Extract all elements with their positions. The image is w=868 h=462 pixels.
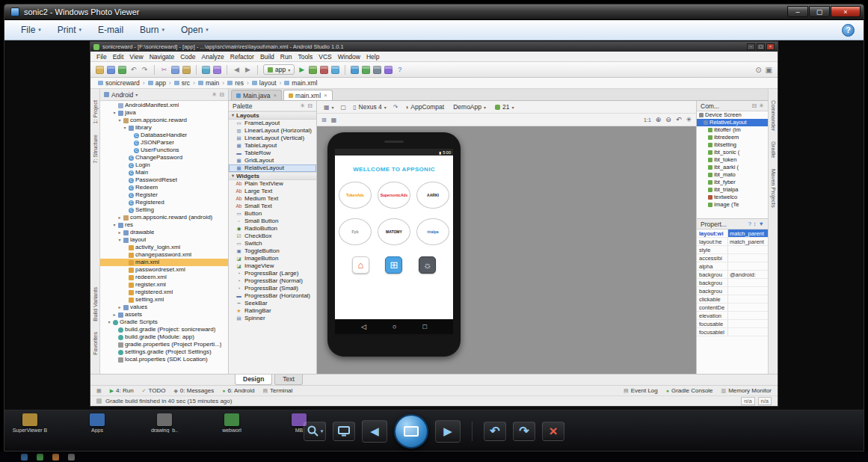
avd-manager-icon[interactable] [351, 66, 359, 74]
studio-menu-run[interactable]: Run [277, 53, 295, 61]
back-icon[interactable]: ◀ [233, 66, 241, 74]
activity-chip[interactable]: DemoApp▾ [451, 102, 488, 111]
project-tree-item[interactable]: ▾layout [100, 236, 228, 244]
palette-item-framelayout[interactable]: ▭FrameLayout [229, 120, 316, 127]
breadcrumb-item[interactable]: app [147, 79, 167, 87]
component-tree-item[interactable]: textwelco [697, 194, 768, 201]
menu-file[interactable]: File▾ [13, 22, 49, 38]
project-tree-item[interactable]: registered.xml [100, 289, 228, 296]
breadcrumb-item[interactable]: res [226, 79, 245, 87]
status-item-terminal[interactable]: ▤Terminal [262, 387, 292, 394]
component-tree-item[interactable]: ibt_token [697, 156, 768, 164]
component-tree-item[interactable]: Device Screen [697, 111, 768, 119]
maximize-button[interactable]: ▢ [809, 6, 830, 17]
tool-button-7-structure[interactable]: 7: Structure [92, 135, 99, 164]
property-row[interactable]: alpha [697, 262, 768, 271]
editor-tab-main-java[interactable]: Main.java× [231, 90, 282, 100]
palette-item-progressbar-horizontal[interactable]: ▬ProgressBar (Horizontal) [229, 292, 316, 300]
ad-button-tokenads[interactable]: TokenAds [339, 182, 372, 209]
open-icon[interactable] [96, 66, 104, 74]
palette-item-button[interactable]: ▭Button [229, 210, 316, 218]
play-slideshow-button[interactable] [394, 414, 428, 449]
gear-icon[interactable]: ✳ [301, 102, 306, 109]
undo-icon[interactable]: ↶ [129, 66, 138, 74]
taskbar-icon[interactable] [68, 454, 75, 461]
help-button[interactable]: ? [842, 24, 855, 37]
component-tree-item[interactable]: RelativeLayout [697, 119, 768, 126]
ad-button-matomy[interactable]: MATOMY [378, 218, 410, 245]
filter-icon[interactable]: ▼ [759, 221, 764, 227]
project-tree-item[interactable]: changepassword.xml [100, 251, 228, 259]
forward-icon[interactable]: ▶ [244, 66, 252, 74]
gradle-sync-icon[interactable] [373, 66, 381, 74]
component-tree-item[interactable]: ibt_mato [697, 171, 768, 179]
palette-item-tablelayout[interactable]: ▦TableLayout [229, 142, 316, 150]
project-tree-item[interactable]: ▸values [100, 304, 228, 311]
tool-window-toggle-icon[interactable]: ▦ [96, 388, 102, 394]
build-icon[interactable] [384, 66, 393, 74]
tab-text[interactable]: Text [274, 375, 303, 385]
breadcrumb-item[interactable]: src [173, 79, 191, 87]
project-tree-item[interactable]: CMain [100, 169, 228, 176]
delete-button[interactable]: × [542, 422, 564, 441]
tool-button-maven-projects[interactable]: Maven Projects [770, 169, 777, 208]
settings-icon[interactable]: ✳ [212, 91, 218, 98]
project-tree-item[interactable]: main.xml [100, 259, 228, 266]
editor-tab-main-xml[interactable]: main.xml× [283, 90, 333, 100]
palette-item-tablerow[interactable]: ▬TableRow [229, 150, 316, 157]
next-button[interactable]: ▶ [435, 420, 461, 443]
status-item-todo[interactable]: ✓TODO [142, 387, 166, 394]
configuration-chip[interactable]: ▦▾ [321, 103, 336, 111]
project-tree-item[interactable]: local.properties (SDK Location) [100, 356, 228, 363]
palette-item-progressbar-small[interactable]: ◔ProgressBar (Small) [229, 285, 316, 292]
help-icon[interactable]: ? [748, 221, 751, 227]
component-tree-item[interactable]: ibt_trialpa [697, 186, 768, 194]
studio-menu-vcs[interactable]: VCS [316, 53, 334, 61]
palette-item-linearlayout-vertical[interactable]: ▤LinearLayout (Vertical) [229, 135, 316, 142]
project-tree-item[interactable]: CRegistered [100, 199, 228, 206]
search-icon[interactable]: ⊙ [755, 66, 761, 74]
palette-item-switch[interactable]: ▭Switch [229, 240, 316, 247]
project-tree-item[interactable]: CRegister [100, 191, 228, 199]
sync-icon[interactable] [118, 66, 126, 74]
tool-button-1-project[interactable]: 1: Project [92, 100, 99, 124]
shortcut-settings-icon[interactable]: ☼ [419, 256, 436, 274]
design-canvas[interactable]: ▮ 5:00 WELLCOME TO APPSONIC TokenAdsSupe… [317, 126, 696, 374]
status-item-6-android[interactable]: ●6: Android [222, 387, 254, 394]
help-icon[interactable]: ? [395, 66, 404, 74]
tab-design[interactable]: Design [235, 375, 272, 385]
studio-menu-tools[interactable]: Tools [295, 53, 316, 61]
split-icon[interactable]: ⊟ [307, 102, 313, 109]
menu-open[interactable]: Open▾ [173, 22, 216, 38]
frame-select-icon[interactable]: ⊞ [321, 117, 327, 123]
taskbar-icon[interactable] [52, 454, 59, 461]
shortcut-home-icon[interactable]: ⌂ [352, 256, 369, 274]
palette-item-radiobutton[interactable]: ◉RadioButton [229, 225, 316, 232]
orientation-icon[interactable]: ▢ [341, 104, 347, 111]
gear-icon[interactable]: ✳ [759, 102, 764, 109]
project-tree-item[interactable]: build.gradle (Module: app) [100, 333, 228, 341]
palette-item-checkbox[interactable]: ☑CheckBox [229, 232, 316, 240]
project-tree-item[interactable]: CRedeem [100, 184, 228, 191]
shortcut-gift-icon[interactable]: ⊞ [385, 256, 402, 274]
project-tree-item[interactable]: CSetting [100, 206, 228, 214]
minimize-button[interactable]: – [787, 6, 808, 17]
project-tree-item[interactable]: CJSONParser [100, 139, 228, 147]
zoom-in-icon[interactable]: ⊕ [656, 116, 662, 123]
palette-item-gridlayout[interactable]: ▦GridLayout [229, 157, 316, 164]
status-item-4-run[interactable]: ▶4: Run [110, 387, 134, 394]
project-tree-item[interactable]: passwordreset.xml [100, 266, 228, 274]
project-tree-item[interactable]: activity_login.xml [100, 244, 228, 251]
project-tree-item[interactable]: ▾java [100, 109, 228, 117]
menu-burn[interactable]: Burn▾ [132, 22, 172, 38]
device-chip[interactable]: ▯Nexus 4▾ [351, 102, 389, 111]
palette-item-progressbar-large[interactable]: ◔ProgressBar (Large) [229, 270, 316, 277]
close-icon[interactable]: × [324, 92, 327, 99]
grid-icon[interactable]: ▦ [331, 117, 337, 123]
debug-icon[interactable] [309, 66, 317, 74]
zoom-button[interactable]: ▾ [304, 422, 326, 441]
palette-item-small-button[interactable]: ▫Small Button [229, 218, 316, 225]
palette-item-ratingbar[interactable]: ★RatingBar [229, 307, 316, 315]
project-tree-item[interactable]: redeem.xml [100, 274, 228, 281]
component-tree-item[interactable]: ibtoffer (Im [697, 126, 768, 134]
